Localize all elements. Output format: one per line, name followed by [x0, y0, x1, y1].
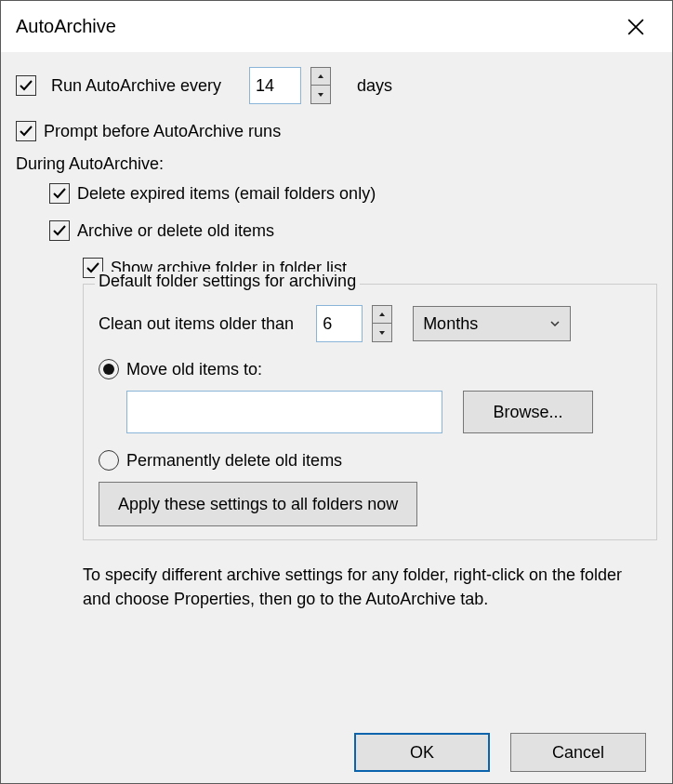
autoarchive-dialog: AutoArchive Run AutoArchive every days [0, 0, 673, 784]
perm-delete-label: Permanently delete old items [126, 451, 342, 471]
clean-out-label: Clean out items older than [99, 314, 294, 334]
apply-all-label: Apply these settings to all folders now [118, 495, 398, 514]
clean-out-input[interactable] [316, 305, 363, 342]
move-radio-row: Move old items to: [99, 359, 647, 379]
run-every-spinner [310, 67, 331, 104]
group-legend: Default folder settings for archiving [95, 272, 360, 291]
chevron-down-icon [549, 318, 561, 329]
delete-expired-checkbox[interactable] [49, 183, 70, 204]
prompt-row: Prompt before AutoArchive runs [16, 121, 657, 141]
cancel-button-label: Cancel [552, 743, 604, 763]
run-every-label: Run AutoArchive every [51, 76, 221, 96]
client-area: Run AutoArchive every days Prompt before… [1, 52, 672, 783]
close-icon [627, 19, 644, 35]
chevron-down-icon [378, 329, 386, 337]
delete-expired-row: Delete expired items (email folders only… [16, 183, 657, 204]
unit-select[interactable]: Months [413, 306, 571, 341]
check-icon [19, 124, 33, 139]
browse-button-label: Browse... [493, 403, 562, 422]
prompt-label: Prompt before AutoArchive runs [44, 122, 281, 141]
titlebar: AutoArchive [1, 1, 672, 52]
run-every-spin-down[interactable] [310, 86, 331, 104]
ok-button[interactable]: OK [354, 733, 490, 772]
check-icon [52, 186, 67, 201]
check-icon [19, 78, 33, 93]
check-icon [52, 223, 67, 238]
dialog-title: AutoArchive [16, 16, 116, 37]
move-path-input[interactable] [126, 391, 442, 433]
archive-old-row: Archive or delete old items [16, 220, 657, 241]
move-radio-label: Move old items to: [126, 360, 262, 379]
clean-out-spin-down[interactable] [372, 324, 392, 342]
browse-button[interactable]: Browse... [463, 391, 593, 433]
unit-select-value: Months [423, 314, 478, 334]
during-label: During AutoArchive: [16, 154, 657, 174]
run-every-suffix: days [357, 76, 392, 96]
perm-delete-radio[interactable] [99, 450, 119, 471]
archive-old-checkbox[interactable] [49, 220, 70, 241]
run-every-row: Run AutoArchive every days [16, 67, 657, 104]
cancel-button[interactable]: Cancel [510, 733, 646, 772]
dialog-footer: OK Cancel [16, 722, 657, 772]
move-path-row: Browse... [99, 391, 647, 433]
run-every-spin-up[interactable] [310, 67, 331, 86]
move-radio[interactable] [99, 359, 119, 379]
delete-expired-label: Delete expired items (email folders only… [77, 184, 376, 204]
apply-all-button[interactable]: Apply these settings to all folders now [99, 482, 417, 526]
perm-delete-row: Permanently delete old items [99, 450, 647, 471]
chevron-up-icon [317, 73, 324, 80]
clean-out-spinner [372, 305, 392, 342]
chevron-down-icon [317, 91, 324, 99]
default-settings-group: Default folder settings for archiving Cl… [83, 284, 657, 540]
prompt-checkbox[interactable] [16, 121, 36, 141]
close-button[interactable] [614, 12, 657, 42]
run-every-checkbox[interactable] [16, 75, 36, 96]
archive-old-label: Archive or delete old items [77, 221, 274, 241]
ok-button-label: OK [410, 743, 434, 763]
clean-out-spin-up[interactable] [372, 305, 392, 324]
chevron-up-icon [378, 311, 386, 318]
apply-row: Apply these settings to all folders now [99, 482, 647, 526]
hint-text: To specify different archive settings fo… [83, 563, 657, 611]
run-every-input[interactable] [249, 67, 301, 104]
clean-out-row: Clean out items older than Months [99, 305, 647, 342]
